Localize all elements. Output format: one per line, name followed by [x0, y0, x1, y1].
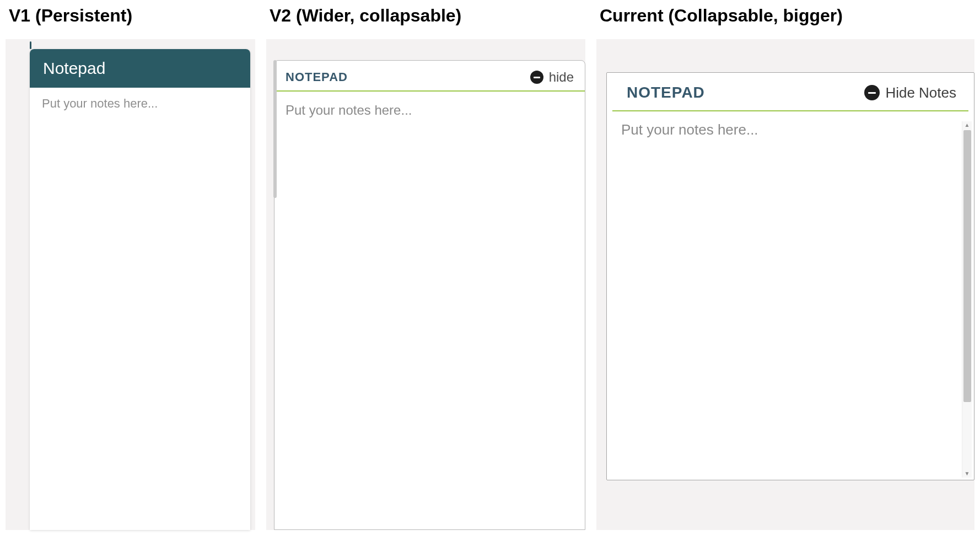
v2-notepad-title: NOTEPAD — [286, 70, 348, 84]
comparison-row: V1 (Persistent) Notepad V2 (Wider, colla… — [0, 0, 980, 535]
column-v1: V1 (Persistent) Notepad — [6, 6, 255, 530]
column-v2: V2 (Wider, collapsable) NOTEPAD hide — [266, 6, 585, 530]
current-stage: NOTEPAD Hide Notes ▲ ▼ — [596, 39, 974, 530]
current-hide-button[interactable]: Hide Notes — [864, 84, 956, 101]
current-notepad-header: NOTEPAD Hide Notes — [612, 73, 968, 111]
current-notepad-title: NOTEPAD — [627, 84, 705, 101]
minus-circle-icon — [530, 71, 543, 84]
v1-edge-decor — [30, 41, 31, 49]
v2-hide-button[interactable]: hide — [530, 69, 574, 85]
v2-notepad-panel: NOTEPAD hide — [274, 60, 585, 530]
minus-circle-icon — [864, 85, 880, 100]
v1-stage: Notepad — [6, 39, 255, 530]
v1-notes-textarea[interactable] — [42, 97, 238, 516]
v2-stage: NOTEPAD hide — [266, 39, 585, 530]
v2-notepad-header: NOTEPAD hide — [274, 61, 585, 92]
current-notepad-body: ▲ ▼ — [607, 111, 974, 480]
v2-notes-textarea[interactable] — [286, 103, 574, 516]
caption-v1: V1 (Persistent) — [6, 6, 255, 26]
v2-notepad-body — [274, 92, 585, 529]
column-current: Current (Collapsable, bigger) NOTEPAD Hi… — [596, 6, 974, 530]
current-notes-textarea[interactable] — [621, 121, 962, 478]
current-scrollbar[interactable]: ▲ ▼ — [962, 121, 972, 478]
v2-scrollbar[interactable] — [273, 60, 277, 198]
scroll-up-arrow-icon: ▲ — [965, 121, 970, 129]
v1-notepad-body — [30, 88, 250, 527]
caption-current: Current (Collapsable, bigger) — [596, 6, 974, 26]
caption-v2: V2 (Wider, collapsable) — [266, 6, 585, 26]
scroll-thumb[interactable] — [963, 130, 971, 402]
current-hide-label: Hide Notes — [885, 84, 956, 101]
scroll-down-arrow-icon: ▼ — [965, 470, 970, 478]
v2-hide-label: hide — [549, 69, 574, 85]
current-notepad-panel: NOTEPAD Hide Notes ▲ ▼ — [606, 72, 974, 480]
v1-notepad-panel: Notepad — [30, 49, 250, 530]
v1-notepad-title: Notepad — [30, 49, 250, 88]
